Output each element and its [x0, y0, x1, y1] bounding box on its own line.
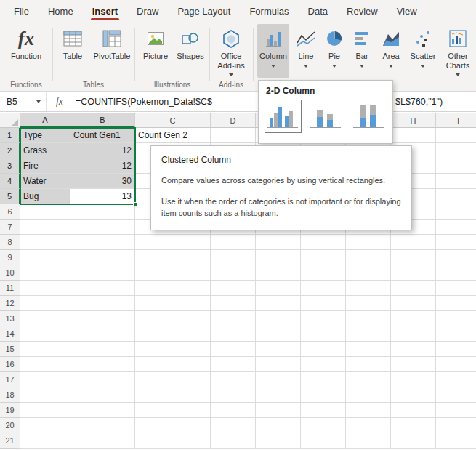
cell-G19[interactable] — [346, 403, 391, 418]
cell-D1[interactable] — [211, 128, 256, 143]
cell-H8[interactable] — [391, 235, 436, 250]
row-header-10[interactable]: 10 — [0, 265, 20, 281]
table-button[interactable]: Table — [56, 24, 89, 78]
row-header-6[interactable]: 6 — [0, 204, 20, 220]
row-header-8[interactable]: 8 — [0, 235, 20, 250]
cell-B18[interactable] — [70, 387, 135, 403]
line-chart-button[interactable]: Line — [292, 24, 320, 78]
cell-I12[interactable] — [436, 296, 476, 311]
cell-H15[interactable] — [391, 342, 436, 357]
cell-C16[interactable] — [135, 357, 211, 372]
row-header-3[interactable]: 3 — [0, 158, 20, 174]
cell-D18[interactable] — [211, 387, 256, 403]
cell-B10[interactable] — [70, 265, 135, 281]
cell-F18[interactable] — [301, 387, 346, 403]
cell-F17[interactable] — [301, 372, 346, 387]
scatter-chart-button[interactable]: Scatter — [407, 24, 439, 78]
row-header-14[interactable]: 14 — [0, 326, 20, 342]
column-header-A[interactable]: A — [20, 113, 70, 128]
cell-E14[interactable] — [256, 326, 301, 342]
cell-B17[interactable] — [70, 372, 135, 387]
cell-C11[interactable] — [135, 281, 211, 296]
tab-review[interactable]: Review — [337, 0, 387, 22]
function-button[interactable]: fx Function — [4, 24, 48, 78]
tab-draw[interactable]: Draw — [127, 0, 168, 22]
cell-H21[interactable] — [391, 433, 436, 449]
stacked-100-column-option[interactable] — [350, 100, 387, 133]
cell-C1[interactable]: Count Gen 2 — [135, 128, 211, 143]
cell-F12[interactable] — [301, 296, 346, 311]
name-box-chevron-icon[interactable] — [36, 100, 41, 103]
row-header-13[interactable]: 13 — [0, 311, 20, 326]
cell-E11[interactable] — [256, 281, 301, 296]
cell-B19[interactable] — [70, 403, 135, 418]
cell-A12[interactable] — [20, 296, 70, 311]
cell-B21[interactable] — [70, 433, 135, 449]
row-header-5[interactable]: 5 — [0, 189, 20, 204]
column-header-I[interactable]: I — [436, 113, 476, 128]
cell-A6[interactable] — [20, 204, 70, 220]
cell-F15[interactable] — [301, 342, 346, 357]
cell-D21[interactable] — [211, 433, 256, 449]
row-header-16[interactable]: 16 — [0, 357, 20, 372]
row-header-9[interactable]: 9 — [0, 250, 20, 265]
cell-G17[interactable] — [346, 372, 391, 387]
cell-F16[interactable] — [301, 357, 346, 372]
cell-H10[interactable] — [391, 265, 436, 281]
cell-D12[interactable] — [211, 296, 256, 311]
cell-A16[interactable] — [20, 357, 70, 372]
row-header-2[interactable]: 2 — [0, 143, 20, 158]
cell-C15[interactable] — [135, 342, 211, 357]
cell-G10[interactable] — [346, 265, 391, 281]
tab-home[interactable]: Home — [39, 0, 83, 22]
column-header-B[interactable]: B — [70, 113, 135, 128]
pie-chart-button[interactable]: Pie — [321, 24, 347, 78]
cell-E17[interactable] — [256, 372, 301, 387]
other-charts-button[interactable]: Other Charts — [440, 24, 475, 78]
cell-I13[interactable] — [436, 311, 476, 326]
cell-G11[interactable] — [346, 281, 391, 296]
insert-function-button[interactable]: fx — [47, 96, 73, 108]
cell-B13[interactable] — [70, 311, 135, 326]
name-box[interactable]: B5 — [0, 92, 47, 111]
cell-E13[interactable] — [256, 311, 301, 326]
picture-button[interactable]: Picture — [139, 24, 172, 78]
pivottable-button[interactable]: PivotTable — [91, 24, 133, 78]
cell-I15[interactable] — [436, 342, 476, 357]
cell-G12[interactable] — [346, 296, 391, 311]
cell-D17[interactable] — [211, 372, 256, 387]
cell-G18[interactable] — [346, 387, 391, 403]
cell-E20[interactable] — [256, 418, 301, 433]
row-header-7[interactable]: 7 — [0, 220, 20, 235]
cell-C13[interactable] — [135, 311, 211, 326]
cell-C21[interactable] — [135, 433, 211, 449]
cell-E8[interactable] — [256, 235, 301, 250]
cell-D15[interactable] — [211, 342, 256, 357]
cell-I5[interactable] — [436, 189, 476, 204]
bar-chart-button[interactable]: Bar — [349, 24, 375, 78]
cell-A13[interactable] — [20, 311, 70, 326]
cell-H13[interactable] — [391, 311, 436, 326]
cell-A7[interactable] — [20, 220, 70, 235]
cell-B12[interactable] — [70, 296, 135, 311]
cell-A20[interactable] — [20, 418, 70, 433]
cell-B14[interactable] — [70, 326, 135, 342]
cell-A21[interactable] — [20, 433, 70, 449]
cell-I1[interactable] — [436, 128, 476, 143]
cell-C9[interactable] — [135, 250, 211, 265]
cell-D11[interactable] — [211, 281, 256, 296]
tab-data[interactable]: Data — [299, 0, 337, 22]
select-all-corner[interactable] — [0, 113, 20, 128]
cell-I20[interactable] — [436, 418, 476, 433]
tab-formulas[interactable]: Formulas — [240, 0, 298, 22]
cell-H17[interactable] — [391, 372, 436, 387]
cell-A4[interactable]: Water — [20, 174, 70, 189]
column-header-D[interactable]: D — [211, 113, 256, 128]
cell-E19[interactable] — [256, 403, 301, 418]
cell-C20[interactable] — [135, 418, 211, 433]
cell-A14[interactable] — [20, 326, 70, 342]
cell-I3[interactable] — [436, 158, 476, 174]
cell-B6[interactable] — [70, 204, 135, 220]
cell-E21[interactable] — [256, 433, 301, 449]
cell-I7[interactable] — [436, 220, 476, 235]
